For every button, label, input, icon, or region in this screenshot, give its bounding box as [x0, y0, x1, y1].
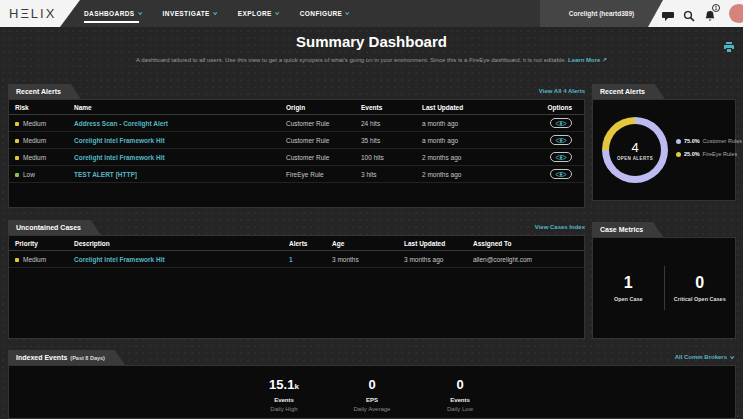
- chevron-down-icon: [213, 11, 217, 15]
- legend-pct: 25.0%: [684, 151, 700, 157]
- uncontained-cases-header-row: Priority Description Alerts Age Last Upd…: [9, 236, 584, 251]
- chevron-down-icon: [730, 354, 734, 358]
- case-alerts-count-link[interactable]: 1: [289, 256, 293, 263]
- open-case-label: Open Case: [593, 296, 664, 302]
- print-icon[interactable]: [723, 39, 735, 53]
- col-header-assigned-to: Assigned To: [473, 240, 584, 247]
- critical-open-cases-label: Critical Open Cases: [665, 296, 736, 302]
- case-updated: 3 months ago: [404, 256, 473, 263]
- risk-dot: [15, 139, 19, 143]
- risk-dot: [15, 156, 19, 160]
- case-metrics-title: Case Metrics: [600, 226, 643, 233]
- learn-more-link[interactable]: Learn More ↗: [568, 57, 607, 63]
- col-header-last-updated: Last Updated: [404, 240, 473, 247]
- nav-item-configure[interactable]: CONFIGURE: [300, 0, 349, 27]
- legend-item-customer-rules[interactable]: 75.0% Customer Rules: [676, 138, 742, 144]
- view-alert-eye-icon[interactable]: [550, 118, 572, 128]
- indexed-events-title-suffix: (Past 8 Days): [70, 355, 105, 361]
- risk-label: Low: [23, 171, 35, 178]
- daily-average-label: EPS: [341, 397, 403, 403]
- col-header-name: Name: [74, 104, 286, 111]
- recent-alerts-title: Recent Alerts: [16, 88, 61, 95]
- chat-icon[interactable]: [662, 8, 674, 20]
- alert-row: Medium Address Scan - Corelight Alert Cu…: [9, 115, 584, 132]
- view-alert-eye-icon[interactable]: [550, 135, 572, 145]
- alert-origin: FireEye Rule: [286, 171, 361, 178]
- col-header-events: Events: [361, 104, 422, 111]
- notifications-bell-icon[interactable]: 1: [704, 8, 716, 20]
- account-chip[interactable]: Corelight (heartd389): [540, 0, 663, 27]
- legend-dot: [676, 152, 681, 157]
- daily-low-sublabel: Daily Low: [429, 406, 491, 412]
- alert-origin: Customer Rule: [286, 137, 361, 144]
- account-label: Corelight (heartd389): [569, 10, 634, 17]
- nav-item-dashboards[interactable]: DASHBOARDS: [84, 0, 141, 27]
- daily-low-stat: 0 Events Daily Low: [429, 375, 491, 412]
- chevron-down-icon: [275, 11, 279, 15]
- nav-item-explore[interactable]: EXPLORE: [238, 0, 278, 27]
- uncontained-cases-tab: Uncontained Cases: [8, 220, 101, 235]
- alert-origin: Customer Rule: [286, 154, 361, 161]
- chevron-down-icon: [138, 11, 142, 15]
- recent-alerts-header-row: Risk Name Origin Events Last Updated Opt…: [9, 100, 584, 115]
- legend-pct: 75.0%: [684, 138, 700, 144]
- legend-item-fireeye-rules[interactable]: 25.0% FireEye Rules: [676, 151, 742, 157]
- priority-label: Medium: [23, 256, 46, 263]
- view-all-alerts-link[interactable]: View All 4 Alerts: [539, 88, 585, 94]
- nav-item-label: INVESTIGATE: [163, 10, 210, 17]
- daily-high-label: Events: [253, 397, 315, 403]
- daily-average-value: 0: [368, 377, 375, 392]
- recent-alerts-chart-title: Recent Alerts: [600, 88, 645, 95]
- case-row: Medium Corelight Intel Framework Hit 1 3…: [9, 251, 584, 268]
- alert-updated: a month ago: [422, 137, 527, 144]
- daily-high-value: 15.1: [269, 377, 294, 392]
- priority-dot: [15, 258, 19, 262]
- alert-name-link[interactable]: Corelight Intel Framework Hit: [74, 154, 165, 161]
- legend-label: FireEye Rules: [703, 151, 738, 157]
- nav-icon-group: 1: [662, 0, 716, 27]
- alert-name-link[interactable]: TEST ALERT [HTTP]: [74, 171, 137, 178]
- helix-logo[interactable]: HΞLIX: [0, 0, 80, 27]
- daily-average-stat: 0 EPS Daily Average: [341, 375, 403, 412]
- case-metrics-panel: 1 Open Case 0 Critical Open Cases: [592, 237, 736, 339]
- col-header-description: Description: [74, 240, 289, 247]
- daily-low-label: Events: [429, 397, 491, 403]
- uncontained-cases-title: Uncontained Cases: [16, 224, 81, 231]
- nav-item-investigate[interactable]: INVESTIGATE: [163, 0, 216, 27]
- alert-name-link[interactable]: Corelight Intel Framework Hit: [74, 137, 165, 144]
- alert-updated: a month ago: [422, 120, 527, 127]
- col-header-options: Options: [527, 104, 584, 111]
- view-alert-eye-icon[interactable]: [550, 152, 572, 162]
- notification-badge: 1: [712, 4, 720, 12]
- helix-logo-text: HΞLIX: [9, 6, 56, 21]
- alert-events: 100 hits: [361, 154, 422, 161]
- case-metrics-tab: Case Metrics: [592, 222, 663, 237]
- comm-brokers-label: All Comm Brokers: [675, 354, 727, 360]
- col-header-origin: Origin: [286, 104, 361, 111]
- risk-label: Medium: [23, 154, 46, 161]
- col-header-priority: Priority: [15, 240, 74, 247]
- page-title: Summary Dashboard: [0, 33, 743, 50]
- alert-name-link[interactable]: Address Scan - Corelight Alert: [74, 120, 168, 127]
- view-cases-index-link[interactable]: View Cases Index: [535, 224, 585, 230]
- open-alerts-donut-chart[interactable]: 4 OPEN ALERTS: [602, 117, 668, 183]
- chevron-down-icon: [345, 11, 349, 15]
- recent-alerts-tab: Recent Alerts: [8, 84, 81, 99]
- recent-alerts-panel: Risk Name Origin Events Last Updated Opt…: [8, 99, 585, 208]
- case-description-link[interactable]: Corelight Intel Framework Hit: [74, 256, 165, 263]
- alert-events: 24 hits: [361, 120, 422, 127]
- case-assigned-to: allen@corelight.com: [473, 256, 584, 263]
- view-alert-eye-icon[interactable]: [550, 169, 572, 179]
- alert-row: Medium Corelight Intel Framework Hit Cus…: [9, 132, 584, 149]
- alert-updated: 2 months ago: [422, 171, 527, 178]
- alert-events: 3 hits: [361, 171, 422, 178]
- search-icon[interactable]: [683, 8, 695, 20]
- col-header-risk: Risk: [15, 104, 74, 111]
- col-header-age: Age: [332, 240, 404, 247]
- user-avatar[interactable]: [729, 4, 743, 23]
- indexed-events-title: Indexed Events: [16, 354, 67, 361]
- open-case-stat: 1 Open Case: [593, 274, 664, 302]
- comm-brokers-dropdown[interactable]: All Comm Brokers: [675, 354, 733, 360]
- top-nav: Corelight (heartd389) HΞLIX DASHBOARDS I…: [0, 0, 743, 27]
- risk-label: Medium: [23, 120, 46, 127]
